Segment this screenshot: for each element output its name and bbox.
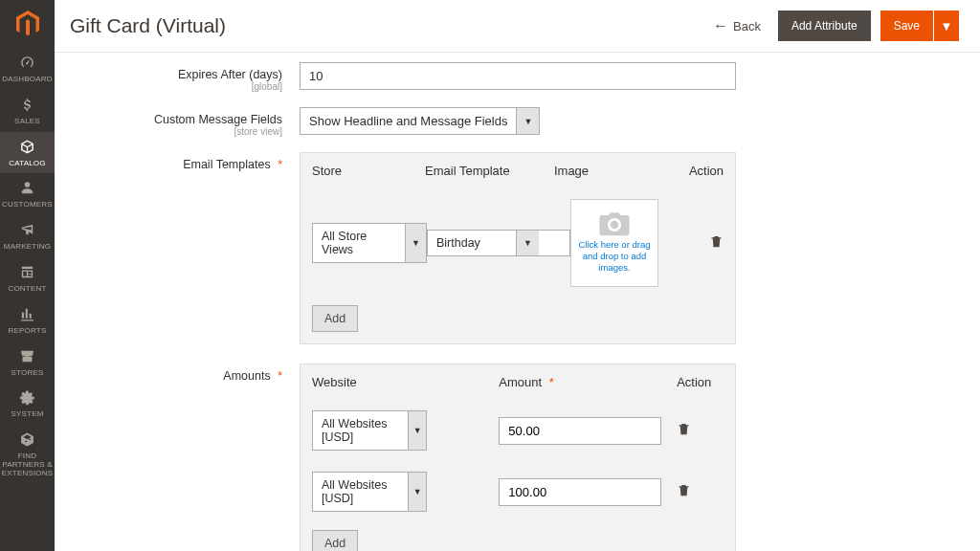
save-dropdown-button[interactable]: ▼ [934, 11, 959, 41]
dollar-icon [19, 97, 35, 116]
image-dropzone[interactable]: Click here or drag and drop to add image… [570, 199, 658, 287]
website-select[interactable]: All Websites [USD] ▼ [312, 472, 427, 512]
select-value: All Store Views [313, 224, 405, 262]
nav-stores[interactable]: Stores [0, 342, 55, 384]
nav-system[interactable]: System [0, 383, 55, 425]
trash-icon [677, 483, 691, 497]
label-text: Amounts [223, 369, 270, 383]
nav-content[interactable]: Content [0, 257, 55, 299]
required-star [546, 375, 554, 389]
nav-label: Catalog [9, 160, 45, 168]
template-select[interactable]: Birthday ▼ [427, 230, 570, 256]
gear-icon [19, 389, 35, 408]
col-amount: Amount [499, 375, 667, 389]
chevron-down-icon: ▼ [405, 224, 426, 262]
col-image: Image [554, 164, 683, 178]
form-area: Expires After (days) [global] Custom Mes… [55, 53, 980, 551]
col-action: Action [683, 164, 724, 178]
bars-icon [19, 306, 35, 325]
dashboard-icon [19, 55, 35, 74]
select-value: All Websites [USD] [313, 411, 408, 450]
field-label: Expires After (days) [global] [70, 62, 300, 92]
add-template-button[interactable]: Add [312, 305, 358, 332]
page-title: Gift Card (Virtual) [70, 14, 713, 37]
trash-icon [677, 422, 691, 436]
arrow-left-icon: ← [713, 17, 728, 34]
delete-button[interactable] [677, 486, 691, 500]
grid-header: Website Amount Action [301, 364, 735, 400]
chevron-down-icon: ▼ [408, 473, 426, 511]
nav-label: Marketing [4, 243, 51, 252]
chevron-down-icon: ▼ [516, 108, 539, 134]
select-value: Show Headline and Message Fields [301, 108, 516, 134]
field-label: Custom Message Fields [store view] [70, 107, 300, 137]
grid-row: All Store Views ▼ Birthday ▼ [301, 188, 735, 298]
delete-button[interactable] [709, 237, 724, 252]
nav-reports[interactable]: Reports [0, 299, 55, 342]
save-button-group: Save ▼ [880, 11, 959, 41]
scope-text: [store view] [70, 126, 282, 137]
label-text: Custom Message Fields [154, 113, 282, 126]
email-templates-grid: Store Email Template Image Action All St… [300, 152, 736, 344]
nav-label: System [11, 410, 43, 419]
grid-row: All Websites [USD] ▼ [301, 461, 735, 522]
cube-icon [19, 139, 35, 158]
chevron-down-icon: ▼ [408, 411, 426, 450]
add-amount-button[interactable]: Add [312, 530, 358, 551]
delete-button[interactable] [677, 425, 691, 439]
back-button[interactable]: ← Back [713, 17, 761, 34]
add-attribute-button[interactable]: Add Attribute [778, 11, 871, 41]
nav-label: Find Partners & Extensions [2, 452, 54, 477]
website-select[interactable]: All Websites [USD] ▼ [312, 410, 427, 451]
field-email-templates: Email Templates Store Email Template Ima… [70, 152, 959, 344]
col-action: Action [677, 375, 724, 389]
chevron-down-icon: ▼ [941, 19, 953, 33]
amount-input[interactable] [499, 478, 661, 506]
nav-label: Reports [9, 327, 47, 336]
field-amounts: Amounts Website Amount Action All Websit… [70, 364, 959, 551]
field-label: Amounts [70, 364, 300, 551]
content-icon [19, 264, 35, 283]
label-text: Email Templates [183, 158, 270, 171]
col-store: Store [312, 164, 425, 178]
field-expires-after: Expires After (days) [global] [70, 62, 959, 92]
nav-label: Content [8, 285, 46, 294]
nav-marketing[interactable]: Marketing [0, 215, 55, 257]
field-custom-message: Custom Message Fields [store view] Show … [70, 107, 959, 137]
col-website: Website [312, 375, 499, 389]
main-content: Gift Card (Virtual) ← Back Add Attribute… [55, 0, 980, 551]
amount-input[interactable] [499, 417, 661, 445]
col-template: Email Template [425, 164, 554, 178]
field-label: Email Templates [70, 152, 300, 344]
scope-text: [global] [70, 81, 282, 92]
partners-icon [19, 431, 35, 451]
page-header: Gift Card (Virtual) ← Back Add Attribute… [55, 0, 980, 53]
nav-partners[interactable]: Find Partners & Extensions [0, 425, 55, 483]
store-icon [19, 348, 35, 367]
nav-dashboard[interactable]: Dashboard [0, 48, 55, 90]
dropzone-hint: Click here or drag and drop to add image… [575, 239, 654, 274]
back-label: Back [733, 19, 761, 33]
amounts-grid: Website Amount Action All Websites [USD]… [300, 364, 736, 551]
chevron-down-icon: ▼ [516, 231, 539, 255]
grid-header: Store Email Template Image Action [301, 153, 735, 188]
nav-label: Customers [2, 201, 53, 209]
nav-label: Sales [14, 118, 40, 126]
expires-input[interactable] [300, 62, 736, 90]
magento-logo[interactable] [0, 0, 55, 48]
camera-icon [598, 212, 631, 237]
nav-customers[interactable]: Customers [0, 173, 55, 215]
person-icon [19, 180, 35, 199]
nav-catalog[interactable]: Catalog [0, 132, 55, 174]
save-button[interactable]: Save [880, 11, 933, 41]
grid-row: All Websites [USD] ▼ [301, 400, 735, 461]
nav-label: Stores [11, 369, 44, 378]
megaphone-icon [19, 222, 35, 241]
nav-sales[interactable]: Sales [0, 90, 55, 132]
nav-label: Dashboard [2, 76, 52, 84]
store-select[interactable]: All Store Views ▼ [312, 223, 427, 263]
trash-icon [709, 234, 724, 249]
admin-sidebar: Dashboard Sales Catalog Customers Market… [0, 0, 55, 551]
custom-message-select[interactable]: Show Headline and Message Fields ▼ [300, 107, 540, 135]
select-value: All Websites [USD] [313, 473, 408, 511]
